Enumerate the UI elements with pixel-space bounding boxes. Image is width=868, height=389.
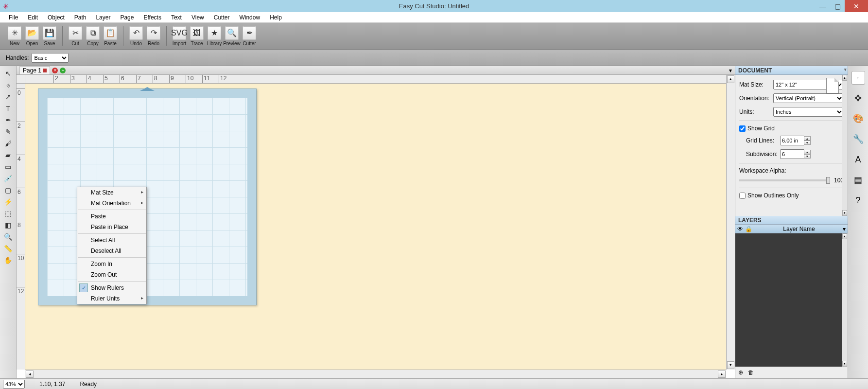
cutter-button[interactable]: ✒Cutter <box>241 24 258 48</box>
copy-button[interactable]: ⧉Copy <box>84 24 102 48</box>
new-button[interactable]: ✳New <box>6 24 23 48</box>
layers-menu-button[interactable]: ▾ <box>843 226 846 232</box>
cm-zoom-out[interactable]: Zoom Out <box>77 269 146 280</box>
cm-mat-size[interactable]: Mat Size <box>77 187 146 198</box>
tool-text[interactable]: T <box>3 104 14 113</box>
document-panel-header: DOCUMENT▾ <box>735 66 848 75</box>
page-menu-button[interactable]: ▾ <box>729 67 732 74</box>
handles-select[interactable]: Basic <box>32 53 69 63</box>
layers-list[interactable] <box>735 233 842 367</box>
cm-mat-orientation[interactable]: Mat Orientation <box>77 198 146 209</box>
sidetab-text[interactable]: A <box>851 153 865 166</box>
tool-rect[interactable]: ▢ <box>3 186 14 194</box>
tool-brush[interactable]: 🖌 <box>3 139 14 148</box>
menu-help[interactable]: Help <box>265 13 287 22</box>
tool-eraser[interactable]: ▰ <box>3 151 14 159</box>
cm-ruler-units[interactable]: Ruler Units <box>77 293 146 304</box>
menu-page[interactable]: Page <box>115 13 139 22</box>
menu-text[interactable]: Text <box>166 13 187 22</box>
cm-deselect-all[interactable]: Deselect All <box>77 246 146 256</box>
subdivision-spinner[interactable]: ▴▾ <box>804 150 811 159</box>
tool-knife[interactable]: ⚡ <box>3 197 14 206</box>
tool-measure[interactable]: ◧ <box>3 221 14 230</box>
show-outlines-checkbox[interactable] <box>739 193 746 199</box>
paste-button[interactable]: 📋Paste <box>102 24 119 48</box>
redo-icon: ↷ <box>147 26 160 40</box>
layers-scrollbar[interactable]: ▴▾ <box>842 233 848 367</box>
orientation-select[interactable]: Vertical (Portrait) <box>773 93 844 103</box>
sidetab-transform[interactable]: ✥ <box>851 91 865 105</box>
save-button[interactable]: 💾Save <box>41 24 58 48</box>
scroll-down-button[interactable]: ▾ <box>727 361 734 369</box>
workspace-alpha-slider[interactable] <box>739 179 830 181</box>
show-grid-checkbox[interactable] <box>739 125 746 132</box>
cutter-label: Cutter <box>243 41 256 46</box>
add-layer-button[interactable]: ⊕ <box>738 369 743 376</box>
tool-hand[interactable]: ✋ <box>3 256 14 265</box>
cutting-mat[interactable] <box>38 88 257 305</box>
add-page-button[interactable]: + <box>60 68 66 73</box>
menu-window[interactable]: Window <box>234 13 265 22</box>
grid-lines-spinner[interactable]: ▴▾ <box>804 136 811 145</box>
tool-zoom[interactable]: 🔍 <box>3 232 14 241</box>
maximize-button[interactable]: ▢ <box>830 0 845 12</box>
tool-edit-node[interactable]: ⟐ <box>3 81 14 89</box>
units-select[interactable]: Inches <box>773 107 844 117</box>
doc-panel-scrollbar[interactable]: ▴▾ <box>842 75 848 216</box>
tool-eyedropper[interactable]: 💉 <box>3 174 14 183</box>
undo-button[interactable]: ↶Undo <box>127 24 145 48</box>
menu-edit[interactable]: Edit <box>23 13 43 22</box>
cut-button[interactable]: ✂Cut <box>67 24 84 48</box>
tool-pen[interactable]: ✒ <box>3 116 14 124</box>
subdivision-input[interactable] <box>780 149 804 159</box>
sidetab-help[interactable]: ? <box>851 194 865 207</box>
tool-pencil[interactable]: ✎ <box>3 127 14 136</box>
tool-gradient[interactable]: ▭ <box>3 162 14 171</box>
delete-page-button[interactable]: × <box>52 68 58 73</box>
tool-ruler[interactable]: 📏 <box>3 244 14 253</box>
cm-zoom-in[interactable]: Zoom In <box>77 259 146 269</box>
sidetab-layers[interactable]: ▤ <box>851 173 865 187</box>
vertical-scrollbar[interactable]: ▴ ▾ <box>726 75 735 370</box>
zoom-select[interactable]: 43% <box>3 380 25 389</box>
redo-button[interactable]: ↷Redo <box>145 24 162 48</box>
lock-icon[interactable]: 🔒 <box>745 226 752 232</box>
cm-select-all[interactable]: Select All <box>77 235 146 246</box>
panel-collapse-button[interactable]: ▾ <box>844 67 847 72</box>
menu-object[interactable]: Object <box>43 13 69 22</box>
cm-paste[interactable]: Paste <box>77 211 146 222</box>
menu-layer[interactable]: Layer <box>91 13 115 22</box>
menu-effects[interactable]: Effects <box>139 13 166 22</box>
trace-button[interactable]: 🖼Trace <box>188 24 206 48</box>
tool-crop[interactable]: ⬚ <box>3 209 14 218</box>
workspace-alpha-label: Workspace Alpha: <box>739 167 844 174</box>
minimize-button[interactable]: — <box>816 0 830 12</box>
page-color-indicator <box>43 69 47 72</box>
tool-select[interactable]: ↖ <box>3 69 14 78</box>
tool-group-select[interactable]: ↗ <box>3 92 14 101</box>
menu-cutter[interactable]: Cutter <box>209 13 235 22</box>
sidetab-document[interactable]: ▫ <box>851 71 865 85</box>
library-button[interactable]: ★Library <box>206 24 223 48</box>
menu-view[interactable]: View <box>187 13 209 22</box>
ruler-corner <box>17 75 25 84</box>
cm-show-rulers[interactable]: ✓Show Rulers <box>77 283 146 293</box>
grid-lines-input[interactable] <box>780 136 804 145</box>
visibility-icon[interactable]: 👁 <box>737 226 743 232</box>
cm-paste-in-place[interactable]: Paste in Place <box>77 222 146 232</box>
import-button[interactable]: SVGImport <box>171 24 188 48</box>
menu-file[interactable]: File <box>4 13 23 22</box>
sidetab-color[interactable]: 🎨 <box>851 112 865 125</box>
close-button[interactable]: ✕ <box>845 0 868 12</box>
preview-button[interactable]: 🔍Preview <box>223 24 241 48</box>
horizontal-scrollbar[interactable]: ◂ ▸ <box>25 370 726 378</box>
check-icon: ✓ <box>79 283 88 292</box>
delete-layer-button[interactable]: 🗑 <box>748 369 754 376</box>
page-tab[interactable]: Page 1 <box>19 66 50 74</box>
sidetab-tools[interactable]: 🔧 <box>851 132 865 146</box>
scroll-right-button[interactable]: ▸ <box>718 371 726 378</box>
scroll-left-button[interactable]: ◂ <box>26 371 34 378</box>
menu-path[interactable]: Path <box>69 13 91 22</box>
scroll-up-button[interactable]: ▴ <box>727 75 734 83</box>
open-button[interactable]: 📂Open <box>23 24 41 48</box>
